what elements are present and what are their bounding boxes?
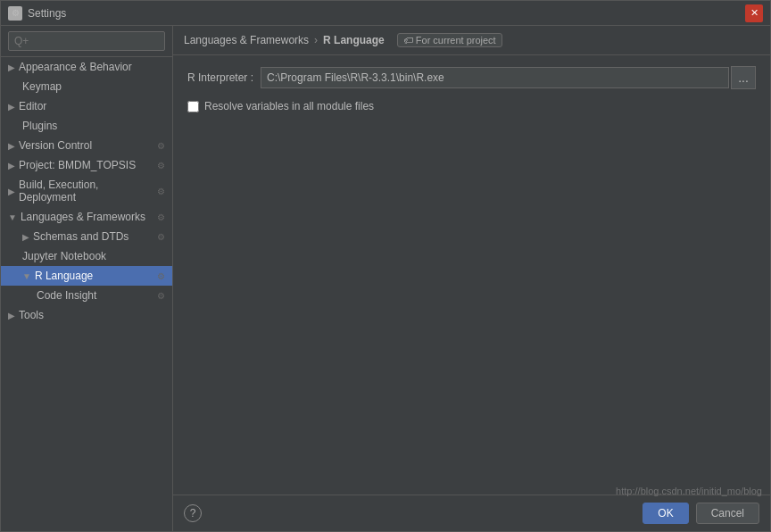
arrow-icon: ▼ [22,271,31,281]
settings-window: ⚙ Settings ✕ ▶ Appearance & Behavior Key… [0,0,771,532]
arrow-icon: ▶ [8,102,15,112]
interpreter-browse-button[interactable]: ... [731,66,756,89]
footer: ? OK Cancel [173,495,770,531]
footer-left: ? [184,504,202,522]
sidebar-item-plugins[interactable]: Plugins [1,116,172,136]
settings-icon: ⚙ [157,271,165,281]
breadcrumb: Languages & Frameworks › R Language 🏷 Fo… [173,26,770,55]
sidebar-item-version-control[interactable]: ▶ Version Control ⚙ [1,136,172,155]
main-content: ▶ Appearance & Behavior Keymap ▶ Editor … [1,26,770,531]
sidebar-item-jupyter[interactable]: Jupyter Notebook [1,246,172,266]
sidebar-item-label: Keymap [22,80,62,93]
sidebar-item-languages-frameworks[interactable]: ▼ Languages & Frameworks ⚙ [1,207,172,227]
app-icon: ⚙ [8,6,22,21]
sidebar-item-label: Appearance & Behavior [19,61,132,73]
interpreter-row: R Interpreter : ... [187,66,756,89]
interpreter-input[interactable] [261,67,729,88]
right-panel: Languages & Frameworks › R Language 🏷 Fo… [173,26,770,531]
breadcrumb-tag-icon: 🏷 [403,35,413,46]
resolve-variables-checkbox[interactable] [187,101,199,112]
arrow-icon: ▶ [8,62,15,72]
cancel-button[interactable]: Cancel [696,503,759,524]
sidebar-item-r-language[interactable]: ▼ R Language ⚙ [1,266,172,286]
close-button[interactable]: ✕ [745,4,763,22]
sidebar-item-label: Jupyter Notebook [22,250,106,262]
sidebar-item-build-execution[interactable]: ▶ Build, Execution, Deployment ⚙ [1,175,172,207]
settings-icon: ⚙ [157,291,165,301]
sidebar-item-editor[interactable]: ▶ Editor [1,96,172,116]
breadcrumb-item-1: Languages & Frameworks [184,34,309,46]
settings-icon: ⚙ [157,232,165,242]
arrow-icon: ▶ [22,232,29,242]
sidebar-item-label: R Language [35,270,93,282]
breadcrumb-separator: › [314,34,318,46]
arrow-icon: ▶ [8,187,15,196]
search-input[interactable] [8,31,165,51]
sidebar-item-label: Languages & Frameworks [21,211,145,223]
title-bar: ⚙ Settings ✕ [1,1,770,26]
sidebar-item-label: Tools [19,309,44,321]
sidebar-item-tools[interactable]: ▶ Tools [1,305,172,325]
arrow-icon: ▼ [8,212,17,222]
breadcrumb-item-2: R Language [323,34,385,46]
resolve-variables-label: Resolve variables in all module files [204,100,374,112]
arrow-icon: ▶ [8,311,15,320]
interpreter-label: R Interpreter : [187,71,253,84]
ok-button[interactable]: OK [642,503,688,524]
sidebar-item-appearance[interactable]: ▶ Appearance & Behavior [1,57,172,77]
sidebar-item-project[interactable]: ▶ Project: BMDM_TOPSIS ⚙ [1,155,172,175]
arrow-icon: ▶ [8,141,15,151]
sidebar-item-label: Plugins [22,120,57,132]
sidebar-item-label: Code Insight [37,289,96,302]
sidebar-item-label: Version Control [19,139,92,152]
watermark: http://blog.csdn.net/initid_mo/blog [616,486,762,496]
sidebar: ▶ Appearance & Behavior Keymap ▶ Editor … [1,26,173,531]
settings-icon: ⚙ [157,141,165,151]
settings-icon: ⚙ [157,212,165,222]
settings-icon: ⚙ [157,187,165,196]
sidebar-item-label: Project: BMDM_TOPSIS [19,159,136,171]
resolve-variables-row: Resolve variables in all module files [187,100,756,112]
help-button[interactable]: ? [184,504,202,522]
panel-content: R Interpreter : ... Resolve variables in… [173,55,770,495]
breadcrumb-tag: 🏷 For current project [397,33,502,47]
search-bar [1,26,172,57]
sidebar-item-keymap[interactable]: Keymap [1,77,172,96]
window-title: Settings [28,7,745,20]
sidebar-item-label: Build, Execution, Deployment [19,179,157,204]
sidebar-item-code-insight[interactable]: Code Insight ⚙ [1,286,172,305]
sidebar-item-schemas-dtds[interactable]: ▶ Schemas and DTDs ⚙ [1,227,172,246]
sidebar-item-label: Editor [19,100,46,112]
sidebar-item-label: Schemas and DTDs [33,230,128,243]
settings-icon: ⚙ [157,161,165,170]
arrow-icon: ▶ [8,161,15,170]
